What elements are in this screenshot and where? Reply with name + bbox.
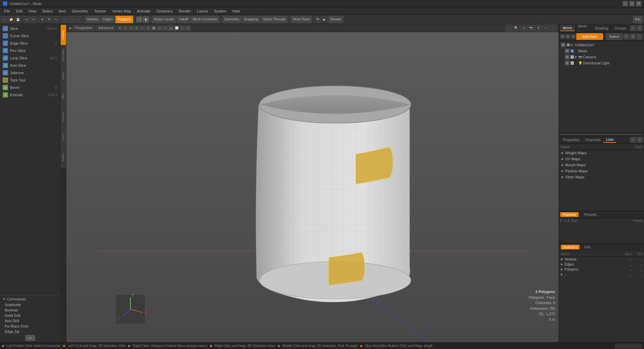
scene-item-root[interactable]: 👁 ▶ Untitled.lxo* [559, 42, 643, 48]
lock-col-icon[interactable]: ⚙ [566, 34, 570, 39]
search-zoom-icon[interactable]: 🔍 [513, 25, 520, 32]
tool-bevel[interactable]: ◈ Bevel B [1, 84, 59, 91]
mesh-constraint-button[interactable]: Mesh Constraint [191, 16, 219, 23]
grid-icon4[interactable]: ▤ [134, 25, 140, 31]
list-uv-maps[interactable]: ▶ UV Maps [559, 156, 643, 162]
tab-groups[interactable]: Groups [612, 25, 629, 31]
grid-icon11[interactable]: ⬜ [174, 25, 179, 31]
grid-icon12[interactable]: ⊙ [180, 25, 185, 31]
gear-icon[interactable]: ⚙ [535, 25, 542, 32]
save-icon[interactable]: 💾 [15, 16, 21, 22]
scene-item-light[interactable]: 👁 💡 Directional Light [564, 60, 643, 66]
scene-eye-light[interactable]: 👁 [565, 61, 570, 65]
expand-icon[interactable]: ⤢ [542, 25, 549, 32]
menu-edit[interactable]: Edit [13, 8, 25, 14]
snapping-button[interactable]: Snapping [242, 16, 260, 23]
gizmo-mesh-edit[interactable]: Mesh Edit [61, 45, 66, 65]
tool-loop-slice[interactable]: ↺ Loop Slice Alt-C [1, 54, 59, 62]
tool-pen-slice[interactable]: ✏ Pen Slice [1, 47, 59, 54]
options-icon[interactable]: ⋯ [637, 34, 643, 40]
select-through-button[interactable]: Select Through [261, 16, 288, 23]
cmd-fix-black-dots[interactable]: Fix Black Dots [1, 324, 59, 329]
kits-button[interactable]: Kits [633, 16, 643, 23]
redo-icon[interactable]: ↪ [31, 16, 37, 22]
scene-eye-camera[interactable]: 👁 [565, 55, 570, 59]
maximize-button[interactable]: □ [629, 1, 635, 6]
add-item-button[interactable]: Add Item [576, 33, 603, 40]
chevron-right-icon[interactable]: › [550, 25, 556, 32]
action-center-button[interactable]: Action Center [152, 16, 176, 23]
menu-animate[interactable]: Animate [134, 8, 153, 14]
perspective-button[interactable]: Perspective [72, 25, 95, 31]
polygons-button[interactable]: Polygons [115, 16, 133, 23]
menu-help[interactable]: Help [230, 8, 243, 14]
gizmo-deform[interactable]: Deform [61, 25, 66, 45]
grid-icon9[interactable]: ◻ [163, 25, 168, 31]
list-weight-maps[interactable]: ▶ Weight Maps [559, 150, 643, 156]
scene-item-camera[interactable]: 👁 ▶ 📷 Camera [564, 54, 643, 60]
select-button[interactable]: Select [606, 33, 623, 40]
falloff-button[interactable]: Falloff [177, 16, 190, 23]
tab-lists[interactable]: Lists [603, 137, 616, 143]
menu-item[interactable]: Item [56, 8, 68, 14]
advanced-button[interactable]: Advanced [96, 25, 115, 31]
viewport-canvas[interactable]: X Y Z 2 Polygons Polygons : Face Channel… [66, 32, 558, 342]
tool-curve-slice[interactable]: ⌒ Curve Slice [1, 32, 59, 40]
grid-icon3[interactable]: ✕ [128, 25, 134, 31]
selection2-icon[interactable]: ⬛ [69, 16, 75, 22]
grid-icon1[interactable]: ⊞ [117, 25, 122, 31]
tab-properties[interactable]: Properties [560, 137, 582, 142]
tool-edge-slice[interactable]: ╱ Edge Slice C [1, 40, 59, 47]
symmetry-button[interactable]: Symmetry [222, 16, 241, 23]
grid-icon10[interactable]: ▬ [168, 25, 174, 31]
scene-expand-camera[interactable]: ▶ [575, 55, 578, 59]
tool-scale-icon[interactable]: ⤡ [53, 16, 59, 22]
grid-icon7[interactable]: ⬤ [151, 25, 157, 31]
edges-button[interactable]: Edges [101, 16, 115, 23]
grid-icon13[interactable]: ⊡ [185, 25, 191, 31]
menu-render[interactable]: Render [176, 8, 194, 14]
menu-vertexmap[interactable]: Vertex Map [110, 8, 134, 14]
tool-axis-slice[interactable]: ⊕ Axis Slice [1, 62, 59, 69]
viewport[interactable]: ◀ Perspective Advanced ⊞ ⊟ ✕ ▤ ▷ ⏸ ⬤ ◫ ◻… [66, 24, 558, 342]
cmd-more-button[interactable]: >> [25, 335, 35, 341]
info-tab[interactable]: Info [582, 245, 592, 249]
list-particle-maps[interactable]: ▶ Particle Maps [559, 168, 643, 174]
undo-icon[interactable]: ↩ [24, 16, 30, 22]
grid-icon6[interactable]: ⏸ [146, 25, 151, 31]
tab-items[interactable]: Items [560, 25, 575, 31]
cmd-axis-drill[interactable]: Axis Drill [1, 318, 59, 324]
render-preview-icon[interactable]: ▶ [322, 16, 328, 22]
tool-tack[interactable]: 📌 Tack Tool [1, 76, 59, 84]
scene-expand-root[interactable]: ▶ [571, 43, 574, 47]
tab-channels[interactable]: Channels [582, 137, 603, 142]
cmd-boolean[interactable]: Boolean [1, 307, 59, 313]
render-button[interactable]: Render [328, 16, 343, 23]
search-icon[interactable]: ⚙ [630, 34, 636, 40]
gizmo-fusion[interactable]: Fusion [61, 148, 66, 168]
viewport-arrow-left[interactable]: ◀ [68, 26, 71, 30]
shield-icon[interactable]: ⬡ [136, 16, 142, 22]
close-panel-btn[interactable]: ✕ [637, 25, 643, 31]
eye-col-icon[interactable]: 👁 [560, 34, 565, 39]
presets-tab[interactable]: Presets [581, 212, 599, 217]
fit-icon[interactable]: ⊡ [520, 25, 527, 32]
open-file-icon[interactable]: 📁 [8, 16, 14, 22]
filter-icon[interactable]: ▼ [623, 34, 629, 40]
scene-item-mesh[interactable]: 👁 Mesh [564, 48, 643, 54]
scene-eye-mesh[interactable]: 👁 [565, 49, 570, 53]
work-plane-button[interactable]: Work Plane [290, 16, 312, 23]
menu-geometry[interactable]: Geometry [69, 8, 91, 14]
tab-shading[interactable]: Shading [592, 25, 611, 31]
home-icon[interactable]: ⌂ [505, 25, 512, 32]
grid-icon5[interactable]: ▷ [140, 25, 145, 31]
minimize-button[interactable]: ─ [623, 1, 628, 6]
tool-extrude[interactable]: ⬆ Extrude Shift-X [1, 91, 59, 99]
cmd-solid-drill[interactable]: Solid Drill [1, 313, 59, 318]
grid-icon2[interactable]: ⊟ [123, 25, 128, 31]
camera2-icon[interactable]: 📷 [315, 16, 321, 22]
props-close-icon[interactable]: ✕ [637, 137, 643, 143]
vis-col-icon[interactable]: ● [571, 34, 576, 39]
new-scene-icon[interactable]: □ [1, 16, 7, 22]
command-input[interactable] [615, 344, 642, 348]
